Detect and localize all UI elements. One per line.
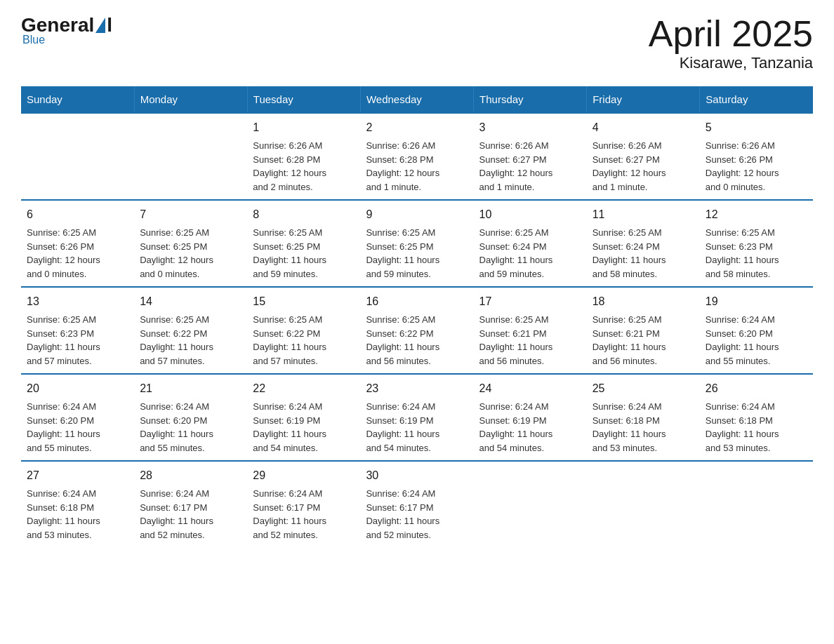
header-tuesday: Tuesday: [247, 86, 360, 113]
day-info: Sunrise: 6:24 AMSunset: 6:20 PMDaylight:…: [27, 400, 128, 455]
header-wednesday: Wednesday: [360, 86, 473, 113]
day-number: 1: [253, 119, 355, 136]
day-cell: 5Sunrise: 6:26 AMSunset: 6:26 PMDaylight…: [700, 113, 813, 200]
header-monday: Monday: [134, 86, 247, 113]
day-cell: 14Sunrise: 6:25 AMSunset: 6:22 PMDayligh…: [134, 287, 247, 374]
week-row-1: 1Sunrise: 6:26 AMSunset: 6:28 PMDaylight…: [21, 113, 813, 200]
day-number: 6: [27, 206, 128, 223]
day-cell: 12Sunrise: 6:25 AMSunset: 6:23 PMDayligh…: [700, 200, 813, 287]
week-row-3: 13Sunrise: 6:25 AMSunset: 6:23 PMDayligh…: [21, 287, 813, 374]
page-header: General l Blue April 2025 Kisarawe, Tanz…: [21, 14, 813, 72]
day-info: Sunrise: 6:24 AMSunset: 6:18 PMDaylight:…: [27, 487, 128, 542]
day-info: Sunrise: 6:24 AMSunset: 6:20 PMDaylight:…: [140, 400, 241, 455]
week-row-4: 20Sunrise: 6:24 AMSunset: 6:20 PMDayligh…: [21, 374, 813, 461]
day-info: Sunrise: 6:25 AMSunset: 6:25 PMDaylight:…: [253, 226, 355, 281]
day-cell: 21Sunrise: 6:24 AMSunset: 6:20 PMDayligh…: [134, 374, 247, 461]
day-number: 11: [593, 206, 694, 223]
day-cell: [587, 461, 700, 547]
week-row-2: 6Sunrise: 6:25 AMSunset: 6:26 PMDaylight…: [21, 200, 813, 287]
day-info: Sunrise: 6:25 AMSunset: 6:22 PMDaylight:…: [253, 313, 355, 368]
calendar-header-row: SundayMondayTuesdayWednesdayThursdayFrid…: [21, 86, 813, 113]
day-info: Sunrise: 6:24 AMSunset: 6:17 PMDaylight:…: [366, 487, 468, 542]
day-number: 18: [593, 293, 694, 310]
day-number: 25: [593, 380, 694, 397]
day-number: 8: [253, 206, 355, 223]
week-row-5: 27Sunrise: 6:24 AMSunset: 6:18 PMDayligh…: [21, 461, 813, 547]
day-number: 23: [366, 380, 468, 397]
day-number: 24: [479, 380, 581, 397]
day-number: 7: [140, 206, 241, 223]
day-info: Sunrise: 6:25 AMSunset: 6:21 PMDaylight:…: [479, 313, 581, 368]
day-number: 10: [479, 206, 581, 223]
day-info: Sunrise: 6:25 AMSunset: 6:22 PMDaylight:…: [140, 313, 241, 368]
day-info: Sunrise: 6:25 AMSunset: 6:21 PMDaylight:…: [593, 313, 694, 368]
page-title: April 2025: [649, 14, 813, 54]
day-cell: [21, 113, 134, 200]
day-info: Sunrise: 6:24 AMSunset: 6:19 PMDaylight:…: [253, 400, 355, 455]
day-number: 19: [706, 293, 807, 310]
day-number: 30: [366, 467, 468, 484]
day-info: Sunrise: 6:24 AMSunset: 6:20 PMDaylight:…: [706, 313, 807, 368]
day-cell: 23Sunrise: 6:24 AMSunset: 6:19 PMDayligh…: [360, 374, 473, 461]
day-cell: 16Sunrise: 6:25 AMSunset: 6:22 PMDayligh…: [360, 287, 473, 374]
day-cell: 11Sunrise: 6:25 AMSunset: 6:24 PMDayligh…: [587, 200, 700, 287]
header-thursday: Thursday: [474, 86, 587, 113]
day-cell: 18Sunrise: 6:25 AMSunset: 6:21 PMDayligh…: [587, 287, 700, 374]
day-info: Sunrise: 6:26 AMSunset: 6:28 PMDaylight:…: [366, 139, 468, 194]
day-info: Sunrise: 6:24 AMSunset: 6:18 PMDaylight:…: [593, 400, 694, 455]
day-cell: 30Sunrise: 6:24 AMSunset: 6:17 PMDayligh…: [360, 461, 473, 547]
day-cell: 4Sunrise: 6:26 AMSunset: 6:27 PMDaylight…: [587, 113, 700, 200]
day-cell: 3Sunrise: 6:26 AMSunset: 6:27 PMDaylight…: [474, 113, 587, 200]
day-cell: 25Sunrise: 6:24 AMSunset: 6:18 PMDayligh…: [587, 374, 700, 461]
day-cell: 17Sunrise: 6:25 AMSunset: 6:21 PMDayligh…: [474, 287, 587, 374]
day-cell: 6Sunrise: 6:25 AMSunset: 6:26 PMDaylight…: [21, 200, 134, 287]
logo-l-text: l: [107, 14, 112, 36]
day-cell: 2Sunrise: 6:26 AMSunset: 6:28 PMDaylight…: [360, 113, 473, 200]
day-number: 29: [253, 467, 355, 484]
day-number: 12: [706, 206, 807, 223]
day-cell: [134, 113, 247, 200]
day-info: Sunrise: 6:25 AMSunset: 6:23 PMDaylight:…: [27, 313, 128, 368]
day-info: Sunrise: 6:26 AMSunset: 6:28 PMDaylight:…: [253, 139, 355, 194]
day-number: 22: [253, 380, 355, 397]
day-cell: 28Sunrise: 6:24 AMSunset: 6:17 PMDayligh…: [134, 461, 247, 547]
header-saturday: Saturday: [700, 86, 813, 113]
day-info: Sunrise: 6:25 AMSunset: 6:24 PMDaylight:…: [479, 226, 581, 281]
day-cell: 20Sunrise: 6:24 AMSunset: 6:20 PMDayligh…: [21, 374, 134, 461]
day-number: 9: [366, 206, 468, 223]
day-number: 16: [366, 293, 468, 310]
day-cell: 24Sunrise: 6:24 AMSunset: 6:19 PMDayligh…: [474, 374, 587, 461]
day-cell: [474, 461, 587, 547]
logo-triangle-icon: [95, 18, 105, 33]
day-info: Sunrise: 6:24 AMSunset: 6:17 PMDaylight:…: [140, 487, 241, 542]
logo: General l Blue: [21, 14, 112, 46]
title-block: April 2025 Kisarawe, Tanzania: [649, 14, 813, 72]
day-number: 20: [27, 380, 128, 397]
day-cell: 7Sunrise: 6:25 AMSunset: 6:25 PMDaylight…: [134, 200, 247, 287]
day-number: 15: [253, 293, 355, 310]
day-cell: [700, 461, 813, 547]
day-info: Sunrise: 6:25 AMSunset: 6:26 PMDaylight:…: [27, 226, 128, 281]
day-number: 14: [140, 293, 241, 310]
day-cell: 22Sunrise: 6:24 AMSunset: 6:19 PMDayligh…: [247, 374, 360, 461]
day-cell: 8Sunrise: 6:25 AMSunset: 6:25 PMDaylight…: [247, 200, 360, 287]
day-info: Sunrise: 6:25 AMSunset: 6:22 PMDaylight:…: [366, 313, 468, 368]
day-info: Sunrise: 6:26 AMSunset: 6:27 PMDaylight:…: [479, 139, 581, 194]
day-number: 4: [593, 119, 694, 136]
day-info: Sunrise: 6:24 AMSunset: 6:17 PMDaylight:…: [253, 487, 355, 542]
day-cell: 15Sunrise: 6:25 AMSunset: 6:22 PMDayligh…: [247, 287, 360, 374]
day-cell: 29Sunrise: 6:24 AMSunset: 6:17 PMDayligh…: [247, 461, 360, 547]
day-info: Sunrise: 6:26 AMSunset: 6:26 PMDaylight:…: [706, 139, 807, 194]
day-number: 3: [479, 119, 581, 136]
day-info: Sunrise: 6:24 AMSunset: 6:19 PMDaylight:…: [479, 400, 581, 455]
day-number: 2: [366, 119, 468, 136]
day-cell: 27Sunrise: 6:24 AMSunset: 6:18 PMDayligh…: [21, 461, 134, 547]
day-cell: 26Sunrise: 6:24 AMSunset: 6:18 PMDayligh…: [700, 374, 813, 461]
day-number: 26: [706, 380, 807, 397]
day-number: 5: [706, 119, 807, 136]
day-number: 28: [140, 467, 241, 484]
day-number: 27: [27, 467, 128, 484]
header-sunday: Sunday: [21, 86, 134, 113]
day-info: Sunrise: 6:25 AMSunset: 6:25 PMDaylight:…: [140, 226, 241, 281]
day-cell: 9Sunrise: 6:25 AMSunset: 6:25 PMDaylight…: [360, 200, 473, 287]
